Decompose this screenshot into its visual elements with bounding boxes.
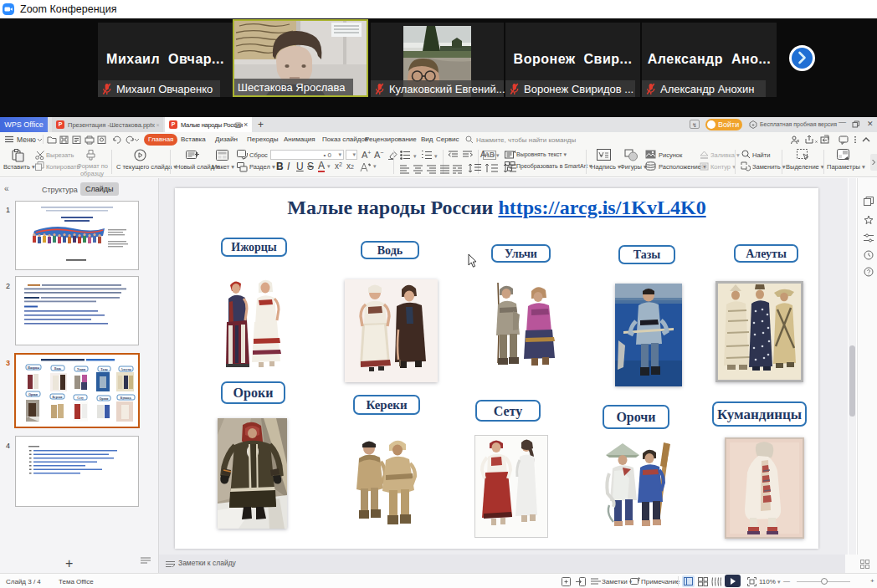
svg-text:Куманд.: Куманд.	[121, 396, 131, 400]
svg-text:Ульчи: Ульчи	[77, 368, 85, 371]
svg-text:Ороки: Ороки	[28, 393, 38, 396]
svg-text:Сету: Сету	[77, 396, 84, 400]
svg-text:Алеуты: Алеуты	[121, 368, 131, 371]
svg-text:Орочи: Орочи	[100, 397, 109, 401]
svg-text:Ижорцы: Ижорцы	[28, 366, 39, 370]
svg-text:Водь: Водь	[54, 367, 61, 371]
svg-text:Тазы: Тазы	[100, 368, 108, 371]
svg-text:Кереки: Кереки	[53, 396, 63, 399]
